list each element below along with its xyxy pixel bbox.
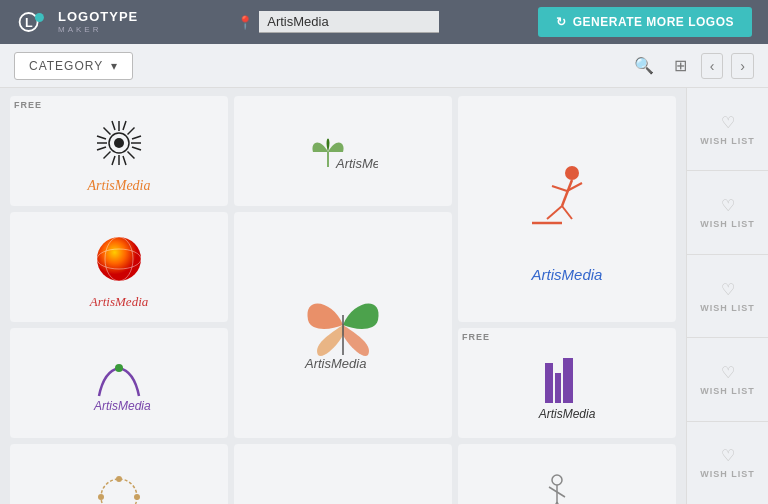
svg-point-4 [114, 138, 124, 148]
logo-text-block: LOGOTYPE MAKER [58, 10, 138, 33]
logo-name-7: ArtisMedia [539, 407, 596, 421]
logo-name-1: ArtisMedia [88, 178, 151, 194]
logo-card-3[interactable]: ArtisMedia [458, 96, 676, 322]
heart-icon-1: ♡ [721, 113, 735, 132]
toolbar-right: 🔍 ⊞ ‹ › [628, 52, 754, 79]
svg-line-11 [104, 152, 111, 159]
wishlist-label-1: WISH LIST [700, 136, 755, 146]
logo-image-8: ArtisMedia [18, 464, 220, 504]
next-page-button[interactable]: › [731, 53, 754, 79]
svg-point-35 [115, 364, 123, 372]
logo-card-9[interactable]: ArtisMedia [234, 444, 452, 504]
logo-card-8[interactable]: ArtisMedia [10, 444, 228, 504]
filter-button[interactable]: ⊞ [668, 52, 693, 79]
wishlist-item-1[interactable]: ♡ WISH LIST [687, 88, 768, 171]
logo-image-2: ArtisMedia [242, 116, 444, 186]
toolbar: CATEGORY ▾ 🔍 ⊞ ‹ › [0, 44, 768, 88]
svg-line-9 [104, 128, 111, 135]
logo-grid: FREE [0, 88, 686, 504]
svg-line-28 [562, 206, 572, 219]
svg-point-41 [101, 479, 137, 504]
prev-page-button[interactable]: ‹ [701, 53, 724, 79]
svg-line-52 [557, 492, 565, 497]
wishlist-label-2: WISH LIST [700, 219, 755, 229]
generate-logos-button[interactable]: ↻ GENERATE MORE LOGOS [538, 7, 752, 37]
wishlist-sidebar: ♡ WISH LIST ♡ WISH LIST ♡ WISH LIST ♡ WI… [686, 88, 768, 504]
svg-point-30 [97, 237, 141, 281]
svg-line-10 [128, 128, 135, 135]
svg-rect-38 [555, 373, 561, 403]
free-badge-7: FREE [462, 332, 490, 342]
wishlist-item-3[interactable]: ♡ WISH LIST [687, 255, 768, 338]
category-dropdown[interactable]: CATEGORY ▾ [14, 52, 133, 80]
search-button[interactable]: 🔍 [628, 52, 660, 79]
logo-card-4[interactable]: ArtisMedia [10, 212, 228, 322]
heart-icon-2: ♡ [721, 196, 735, 215]
logo-card-7[interactable]: FREE ArtisMedia ArtisMedia [458, 328, 676, 438]
heart-icon-3: ♡ [721, 280, 735, 299]
wishlist-label-4: WISH LIST [700, 386, 755, 396]
logo-name-3: ArtisMedia [532, 266, 603, 283]
svg-line-18 [132, 136, 141, 139]
svg-point-45 [134, 494, 140, 500]
svg-line-13 [112, 121, 115, 130]
svg-line-19 [97, 147, 106, 150]
logo-image-9: ArtisMedia [242, 492, 444, 504]
svg-point-49 [552, 475, 562, 485]
logo-subtitle: MAKER [58, 25, 138, 34]
logo-image-3 [466, 136, 668, 266]
svg-line-27 [547, 206, 562, 219]
svg-line-20 [132, 147, 141, 150]
logo-icon: L [16, 8, 52, 36]
search-pin-icon: 📍 [237, 15, 253, 30]
app-header: L LOGOTYPE MAKER 📍 ↻ GENERATE MORE LOGOS [0, 0, 768, 44]
wishlist-label-5: WISH LIST [700, 469, 755, 479]
logo-title: LOGOTYPE [58, 10, 138, 24]
svg-line-12 [128, 152, 135, 159]
svg-line-24 [562, 180, 572, 206]
main-content: FREE [0, 88, 768, 504]
svg-line-15 [112, 156, 115, 165]
heart-icon-5: ♡ [721, 446, 735, 465]
svg-text:ArtisMedia: ArtisMedia [93, 399, 151, 411]
heart-icon-4: ♡ [721, 363, 735, 382]
category-label: CATEGORY [29, 59, 103, 73]
logo-card-5[interactable]: ArtisMedia [234, 212, 452, 438]
logo-image-6: ArtisMedia [18, 348, 220, 418]
header-search-area: 📍 [138, 11, 538, 33]
svg-point-42 [116, 476, 122, 482]
chevron-down-icon: ▾ [111, 59, 118, 73]
svg-line-51 [549, 487, 557, 492]
svg-rect-39 [563, 358, 573, 403]
wishlist-item-4[interactable]: ♡ WISH LIST [687, 338, 768, 421]
svg-rect-37 [545, 363, 553, 403]
svg-point-2 [35, 13, 44, 22]
brand-name-input[interactable] [259, 11, 439, 33]
logo-image-4 [18, 224, 220, 294]
logo-image-5: ArtisMedia [242, 260, 444, 390]
logo-card-10[interactable]: ArtisMedia [458, 444, 676, 504]
svg-line-25 [552, 186, 567, 191]
svg-text:ArtisMedia: ArtisMedia [335, 156, 378, 171]
svg-text:L: L [25, 16, 33, 30]
svg-text:ArtisMedia: ArtisMedia [304, 356, 366, 370]
logo-card-6[interactable]: ArtisMedia [10, 328, 228, 438]
logo-name-4: ArtisMedia [90, 294, 149, 310]
svg-line-17 [97, 136, 106, 139]
logo-card-2[interactable]: ArtisMedia [234, 96, 452, 206]
svg-point-44 [98, 494, 104, 500]
refresh-icon: ↻ [556, 15, 567, 29]
generate-btn-label: GENERATE MORE LOGOS [573, 15, 734, 29]
svg-point-23 [565, 166, 579, 180]
wishlist-item-5[interactable]: ♡ WISH LIST [687, 422, 768, 504]
logo-area: L LOGOTYPE MAKER [16, 8, 138, 36]
logo-image-7: ArtisMedia [466, 345, 668, 415]
wishlist-label-3: WISH LIST [700, 303, 755, 313]
svg-line-16 [123, 156, 126, 165]
svg-line-14 [123, 121, 126, 130]
logo-image-10: ArtisMedia [466, 464, 668, 504]
logo-card-1[interactable]: FREE [10, 96, 228, 206]
free-badge-1: FREE [14, 100, 42, 110]
logo-image-1 [18, 108, 220, 178]
wishlist-item-2[interactable]: ♡ WISH LIST [687, 171, 768, 254]
